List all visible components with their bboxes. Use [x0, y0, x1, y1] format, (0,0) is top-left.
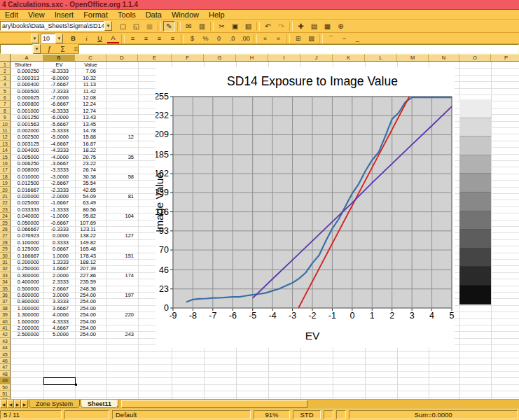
selection-mode-indicator[interactable]: STD	[293, 410, 321, 419]
cell[interactable]: -5.0000	[44, 134, 74, 140]
navigator-icon[interactable]: ✚	[295, 21, 307, 31]
cell[interactable]: 0.010000	[11, 174, 43, 180]
sheet-tab-sheet11[interactable]: Sheet11	[81, 400, 118, 408]
new-document-icon[interactable]: ▢	[117, 21, 129, 31]
cell[interactable]: 0.250000	[11, 265, 43, 272]
cell[interactable]: 3.3333	[44, 298, 74, 304]
cell[interactable]: 12.74	[76, 108, 106, 114]
row-header-45[interactable]: 45	[0, 351, 11, 358]
cell[interactable]: 4.6667	[44, 325, 74, 331]
url-combobox[interactable]: ary\books\Data_Sheets\Sigma\SD14 Calcula…	[0, 21, 104, 31]
row-header-50[interactable]: 50	[0, 384, 11, 391]
decrease-indent-button[interactable]: «	[259, 34, 271, 43]
column-header-d[interactable]: D	[106, 54, 138, 61]
row-header-40[interactable]: 40	[0, 318, 11, 325]
cell[interactable]: 3.0000	[44, 292, 74, 298]
cell[interactable]: 2.500000	[11, 331, 43, 337]
row-header-30[interactable]: 30	[0, 253, 11, 259]
cell[interactable]: 1.300000	[11, 312, 43, 318]
cell[interactable]: 151	[107, 253, 137, 259]
increase-indent-button[interactable]: »	[272, 34, 284, 43]
row-header-25[interactable]: 25	[0, 220, 11, 226]
delete-decimal-button[interactable]: .00	[240, 34, 251, 43]
cell[interactable]: 7.06	[76, 68, 106, 74]
cell[interactable]: 1.3333	[44, 259, 74, 265]
page-style-indicator[interactable]: Default	[112, 410, 251, 419]
cell[interactable]: 127	[107, 232, 137, 239]
number-format-currency-button[interactable]: $	[186, 34, 198, 43]
cell[interactable]: 16.87	[76, 141, 106, 147]
cell[interactable]: -4.6667	[44, 141, 74, 147]
row-header-36[interactable]: 36	[0, 292, 11, 298]
hyperlink-bar-icon[interactable]: ⊕	[335, 21, 347, 31]
copy-icon[interactable]: ▣	[229, 21, 241, 31]
row-header-15[interactable]: 15	[0, 154, 11, 160]
align-bottom-button[interactable]: _	[352, 34, 364, 43]
gallery-icon[interactable]: ▦	[321, 21, 333, 31]
cell[interactable]: -1.3333	[44, 206, 74, 213]
menu-item-tools[interactable]: Tools	[113, 10, 141, 20]
cell[interactable]: 0.050000	[11, 220, 43, 226]
column-header-b[interactable]: B	[43, 54, 75, 61]
cell[interactable]: 0.033333	[11, 206, 43, 213]
cell[interactable]: -3.3333	[44, 167, 74, 173]
cell[interactable]: 2.000000	[11, 325, 43, 331]
mail-icon[interactable]: ✉	[183, 21, 195, 31]
cell[interactable]: 149.82	[76, 239, 106, 246]
cell[interactable]: -1.6667	[44, 200, 74, 206]
row-header-1[interactable]: 1	[0, 62, 11, 68]
row-header-38[interactable]: 38	[0, 305, 11, 312]
zoom-indicator[interactable]: 91%	[254, 410, 290, 419]
cell[interactable]: 0.000250	[11, 68, 43, 74]
open-icon[interactable]: ◱	[130, 21, 142, 31]
row-header-33[interactable]: 33	[0, 272, 11, 279]
cell[interactable]: -2.3333	[44, 187, 74, 193]
cell[interactable]: 4.0000	[44, 312, 74, 318]
cell[interactable]: 0.000313	[11, 75, 43, 81]
font-color-button[interactable]: A	[107, 34, 119, 43]
row-header-3[interactable]: 3	[0, 75, 11, 81]
cell[interactable]: -1.0000	[44, 213, 74, 219]
column-header-e[interactable]: E	[138, 54, 172, 61]
cell[interactable]: 0.002500	[11, 134, 43, 140]
cell[interactable]: 0.020000	[11, 193, 43, 200]
sum-icon[interactable]: Σ	[57, 44, 69, 55]
cell[interactable]: 20.75	[76, 154, 106, 160]
cell-cursor[interactable]	[43, 377, 76, 384]
number-format-standard-button[interactable]: 0	[213, 34, 225, 43]
cell[interactable]: -8.3333	[44, 68, 74, 74]
align-center-button[interactable]: ≡	[140, 34, 152, 43]
row-header-26[interactable]: 26	[0, 226, 11, 232]
cell[interactable]: 11.42	[76, 88, 106, 94]
cell[interactable]: EV	[44, 62, 74, 68]
italic-button[interactable]: i	[81, 34, 92, 43]
row-header-27[interactable]: 27	[0, 232, 11, 239]
menu-item-data[interactable]: Data	[141, 10, 167, 20]
cell[interactable]: -8.0000	[44, 75, 74, 81]
row-header-6[interactable]: 6	[0, 94, 11, 101]
cell[interactable]: 23.22	[76, 160, 106, 167]
window-titlebar[interactable]: 4 Calculations.sxc - OpenOffice.org 1.1.…	[0, 0, 519, 10]
row-header-39[interactable]: 39	[0, 312, 11, 318]
font-name-dropdown-arrow[interactable]: ▼	[31, 34, 39, 43]
cell[interactable]: 235.59	[76, 279, 106, 285]
row-header-10[interactable]: 10	[0, 121, 11, 127]
row-header-29[interactable]: 29	[0, 246, 11, 252]
cell[interactable]: 0.003125	[11, 141, 43, 147]
font-size-dropdown-arrow[interactable]: ▼	[55, 34, 63, 43]
cell[interactable]: -3.0000	[44, 174, 74, 180]
cell[interactable]: 188.12	[76, 259, 106, 265]
column-header-a[interactable]: A	[11, 54, 43, 61]
cell[interactable]: 138.22	[76, 232, 106, 239]
cell[interactable]: 243	[107, 331, 137, 337]
cell[interactable]: 0.001000	[11, 108, 43, 114]
cell[interactable]: -6.0000	[44, 114, 74, 120]
cell[interactable]: 254.00	[76, 298, 106, 304]
cell[interactable]: 0.000625	[11, 94, 43, 101]
cell[interactable]: 1.000000	[11, 305, 43, 312]
cell[interactable]: 0.012500	[11, 180, 43, 186]
underline-button[interactable]: U	[94, 34, 106, 43]
menu-item-format[interactable]: Format	[78, 10, 113, 20]
cell[interactable]: -7.0000	[44, 94, 74, 101]
cell[interactable]: 2.6667	[44, 286, 74, 292]
